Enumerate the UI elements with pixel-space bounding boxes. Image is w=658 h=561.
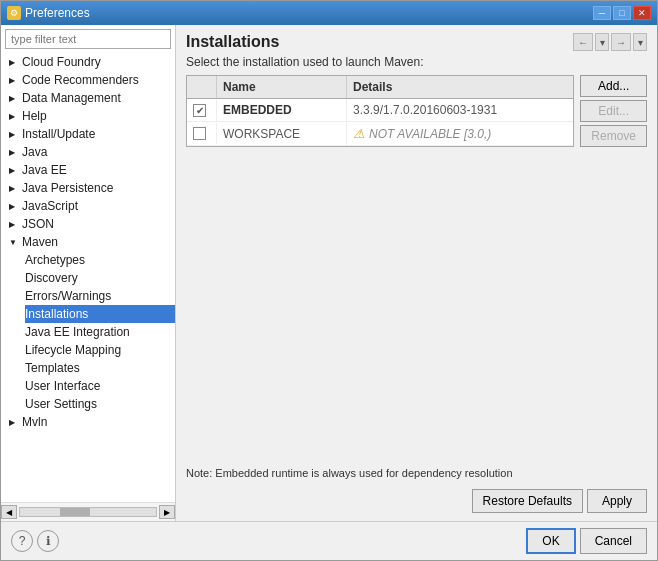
close-button[interactable]: ✕ (633, 6, 651, 20)
sidebar-item-cloud-foundry[interactable]: ▶ Cloud Foundry (1, 53, 175, 71)
back-dropdown-button[interactable]: ▾ (595, 33, 609, 51)
sidebar-item-label: Code Recommenders (22, 73, 139, 87)
sidebar-item-label: Install/Update (22, 127, 95, 141)
scrollbar-thumb[interactable] (60, 508, 90, 516)
scroll-right-button[interactable]: ▶ (159, 505, 175, 519)
installation-details: 3.3.9/1.7.0.20160603-1931 (353, 103, 497, 117)
expand-arrow-icon: ▼ (9, 238, 19, 247)
sidebar-item-label: Java Persistence (22, 181, 113, 195)
installation-details: NOT AVAILABLE [3.0,) (369, 127, 491, 141)
sidebar-item-label: JavaScript (22, 199, 78, 213)
table-body: ✔ EMBEDDED 3.3.9/1.7.0.20160603-1931 (187, 99, 573, 146)
sidebar-item-java-persistence[interactable]: ▶ Java Persistence (1, 179, 175, 197)
sidebar-item-json[interactable]: ▶ JSON (1, 215, 175, 233)
title-bar: ⚙ Preferences ─ □ ✕ (1, 1, 657, 25)
expand-arrow-icon: ▶ (9, 76, 19, 85)
note-text: Note: Embedded runtime is always used fo… (186, 467, 513, 479)
sidebar-item-label: Java (22, 145, 47, 159)
sidebar-item-lifecycle-mapping[interactable]: Lifecycle Mapping (25, 341, 175, 359)
description-text: Select the installation used to launch M… (186, 55, 647, 69)
sidebar-item-label: Mvln (22, 415, 47, 429)
maximize-button[interactable]: □ (613, 6, 631, 20)
forward-button[interactable]: → (611, 33, 631, 51)
window-title: Preferences (25, 6, 90, 20)
bottom-bar: ? ℹ OK Cancel (1, 521, 657, 560)
warning-icon: ⚠ (353, 126, 365, 141)
cancel-button[interactable]: Cancel (580, 528, 647, 554)
sidebar-item-java[interactable]: ▶ Java (1, 143, 175, 161)
scrollbar-track[interactable] (19, 507, 157, 517)
sidebar-item-label: Data Management (22, 91, 121, 105)
window-icon: ⚙ (7, 6, 21, 20)
table-row[interactable]: ✔ EMBEDDED 3.3.9/1.7.0.20160603-1931 (187, 99, 573, 122)
embedded-checkbox[interactable]: ✔ (193, 104, 206, 117)
table-header: Name Details (187, 76, 573, 99)
col-checkbox (187, 76, 217, 98)
apply-button[interactable]: Apply (587, 489, 647, 513)
back-button[interactable]: ← (573, 33, 593, 51)
sidebar-item-code-recommenders[interactable]: ▶ Code Recommenders (1, 71, 175, 89)
sidebar-item-label: Maven (22, 235, 58, 249)
sidebar-item-maven[interactable]: ▼ Maven (1, 233, 175, 251)
workspace-checkbox[interactable] (193, 127, 206, 140)
sidebar-item-label: Archetypes (25, 253, 85, 267)
note-area: Note: Embedded runtime is always used fo… (186, 466, 647, 481)
right-panel-inner: Installations ← ▾ → ▾ Select the install… (186, 33, 647, 513)
sidebar-item-install-update[interactable]: ▶ Install/Update (1, 125, 175, 143)
sidebar-item-label: Help (22, 109, 47, 123)
add-button[interactable]: Add... (580, 75, 647, 97)
table-row[interactable]: WORKSPACE ⚠ NOT AVAILABLE [3.0,) (187, 122, 573, 146)
preferences-window: ⚙ Preferences ─ □ ✕ ▶ Cloud Foundry ▶ Co… (0, 0, 658, 561)
sidebar-item-user-interface[interactable]: User Interface (25, 377, 175, 395)
minimize-button[interactable]: ─ (593, 6, 611, 20)
sidebar-item-help[interactable]: ▶ Help (1, 107, 175, 125)
bottom-left: ? ℹ (11, 530, 59, 552)
sidebar-item-javascript[interactable]: ▶ JavaScript (1, 197, 175, 215)
expand-arrow-icon: ▶ (9, 58, 19, 67)
sidebar: ▶ Cloud Foundry ▶ Code Recommenders ▶ Da… (1, 25, 176, 521)
title-bar-left: ⚙ Preferences (7, 6, 90, 20)
panel-header: Installations ← ▾ → ▾ (186, 33, 647, 51)
sidebar-item-mvln[interactable]: ▶ Mvln (1, 413, 175, 431)
sidebar-item-label: Cloud Foundry (22, 55, 101, 69)
sidebar-item-data-management[interactable]: ▶ Data Management (1, 89, 175, 107)
maven-children: Archetypes Discovery Errors/Warnings Ins… (1, 251, 175, 413)
remove-button[interactable]: Remove (580, 125, 647, 147)
row-details-cell: 3.3.9/1.7.0.20160603-1931 (347, 99, 573, 121)
sidebar-item-errors-warnings[interactable]: Errors/Warnings (25, 287, 175, 305)
filter-input[interactable] (5, 29, 171, 49)
expand-arrow-icon: ▶ (9, 112, 19, 121)
row-checkbox-cell[interactable] (187, 123, 217, 144)
col-name: Name (217, 76, 347, 98)
sidebar-item-archetypes[interactable]: Archetypes (25, 251, 175, 269)
info-button[interactable]: ℹ (37, 530, 59, 552)
panel-actions: Restore Defaults Apply (186, 489, 647, 513)
sidebar-item-discovery[interactable]: Discovery (25, 269, 175, 287)
panel-title: Installations (186, 33, 279, 51)
expand-arrow-icon: ▶ (9, 418, 19, 427)
sidebar-item-user-settings[interactable]: User Settings (25, 395, 175, 413)
edit-button[interactable]: Edit... (580, 100, 647, 122)
sidebar-item-label: Lifecycle Mapping (25, 343, 121, 357)
row-name-cell: EMBEDDED (217, 99, 347, 121)
sidebar-item-label: Templates (25, 361, 80, 375)
right-panel: Installations ← ▾ → ▾ Select the install… (176, 25, 657, 521)
sidebar-item-templates[interactable]: Templates (25, 359, 175, 377)
restore-defaults-button[interactable]: Restore Defaults (472, 489, 583, 513)
sidebar-item-installations[interactable]: Installations (25, 305, 175, 323)
installation-name: EMBEDDED (223, 103, 292, 117)
sidebar-scrollbar[interactable]: ◀ ▶ (1, 502, 175, 521)
sidebar-item-java-ee-integration[interactable]: Java EE Integration (25, 323, 175, 341)
expand-arrow-icon: ▶ (9, 166, 19, 175)
sidebar-item-java-ee[interactable]: ▶ Java EE (1, 161, 175, 179)
forward-dropdown-button[interactable]: ▾ (633, 33, 647, 51)
scroll-left-button[interactable]: ◀ (1, 505, 17, 519)
tree-container: ▶ Cloud Foundry ▶ Code Recommenders ▶ Da… (1, 53, 175, 502)
ok-button[interactable]: OK (526, 528, 575, 554)
help-button[interactable]: ? (11, 530, 33, 552)
sidebar-item-label: Discovery (25, 271, 78, 285)
row-checkbox-cell[interactable]: ✔ (187, 100, 217, 121)
sidebar-item-label: Java EE Integration (25, 325, 130, 339)
expand-arrow-icon: ▶ (9, 202, 19, 211)
expand-arrow-icon: ▶ (9, 184, 19, 193)
